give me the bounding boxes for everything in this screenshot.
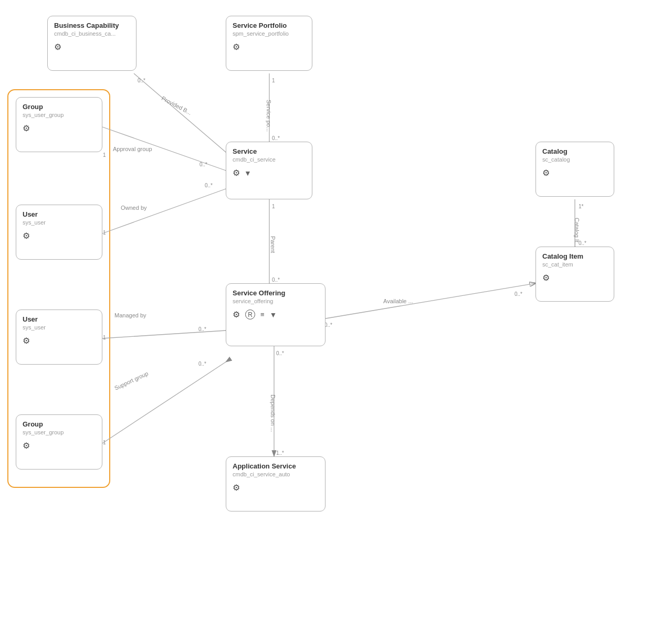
node-group-bottom-title: Group [23, 420, 96, 428]
node-service-portfolio-icons: ⚙ [233, 42, 306, 52]
node-user-bottom[interactable]: User sys_user ⚙ [16, 310, 102, 365]
node-service-icons: ⚙ ▼ [233, 168, 306, 178]
label-owned-by: Owned by [121, 205, 147, 211]
node-group-bottom-icons: ⚙ [23, 441, 96, 451]
node-service-offering-title: Service Offering [233, 289, 319, 297]
mult-approval-0star: 0..* [200, 162, 207, 167]
node-service-portfolio[interactable]: Service Portfolio spm_service_portfolio … [226, 16, 312, 71]
svg-line-9 [102, 331, 226, 338]
node-service-offering-subtitle: service_offering [233, 298, 319, 304]
filter-icon-2[interactable]: ▼ [270, 311, 277, 319]
label-service-portfolio: Service po... [266, 100, 272, 132]
node-service-title: Service [233, 147, 306, 155]
mult-depends-1star: 1..* [276, 450, 284, 456]
node-catalog-item[interactable]: Catalog Item sc_cat_item ⚙ [536, 247, 614, 302]
gear-icon[interactable]: ⚙ [233, 168, 240, 178]
node-business-capability[interactable]: Business Capability cmdb_ci_business_ca.… [47, 16, 136, 71]
mult-group-1: 1 [103, 152, 106, 158]
registered-icon[interactable]: R [245, 310, 255, 319]
mult-avail-0star-left: 0..* [324, 322, 332, 328]
node-user-bottom-subtitle: sys_user [23, 324, 96, 331]
mult-portfolio-0star: 0..* [272, 135, 280, 141]
mult-avail-0star-right: 0..* [514, 291, 522, 297]
gear-icon[interactable]: ⚙ [54, 42, 61, 52]
node-service-subtitle: cmdb_ci_service [233, 156, 306, 163]
node-catalog[interactable]: Catalog sc_catalog ⚙ [536, 142, 614, 197]
node-user-top[interactable]: User sys_user ⚙ [16, 205, 102, 260]
node-catalog-icons: ⚙ [542, 168, 607, 178]
gear-icon[interactable]: ⚙ [23, 441, 30, 451]
node-user-top-icons: ⚙ [23, 231, 96, 241]
svg-line-4 [134, 73, 226, 152]
gear-icon[interactable]: ⚙ [233, 42, 240, 52]
node-application-service-title: Application Service [233, 462, 319, 470]
gear-icon[interactable]: ⚙ [23, 123, 30, 133]
label-managed-by: Managed by [114, 312, 146, 318]
svg-line-10 [102, 362, 226, 443]
node-business-capability-title: Business Capability [54, 22, 130, 29]
node-user-top-subtitle: sys_user [23, 219, 96, 226]
node-group-top-subtitle: sys_user_group [23, 112, 96, 118]
filter-icon[interactable]: ▼ [244, 169, 251, 177]
mult-owned-0star: 0..* [205, 183, 213, 188]
mult-bc-0star: 0..* [138, 78, 145, 83]
node-group-bottom[interactable]: Group sys_user_group ⚙ [16, 414, 102, 470]
node-service-offering-icons: ⚙ R ≡ ▼ [233, 310, 319, 319]
node-catalog-item-icons: ⚙ [542, 273, 607, 283]
node-group-top[interactable]: Group sys_user_group ⚙ [16, 97, 102, 152]
node-user-bottom-icons: ⚙ [23, 336, 96, 346]
gear-icon[interactable]: ⚙ [542, 168, 550, 178]
node-service-offering[interactable]: Service Offering service_offering ⚙ R ≡ … [226, 283, 326, 346]
gear-icon[interactable]: ⚙ [233, 310, 240, 319]
mult-parent-1: 1 [272, 204, 275, 209]
gear-icon[interactable]: ⚙ [542, 273, 550, 283]
node-application-service-icons: ⚙ [233, 483, 319, 493]
gear-icon[interactable]: ⚙ [233, 483, 240, 493]
node-user-bottom-title: User [23, 315, 96, 323]
node-group-bottom-subtitle: sys_user_group [23, 429, 96, 435]
node-group-top-title: Group [23, 103, 96, 111]
label-parent: Parent [270, 236, 276, 253]
node-catalog-item-subtitle: sc_cat_item [542, 261, 607, 268]
mult-support-1: 1 [103, 440, 106, 445]
node-business-capability-icons: ⚙ [54, 42, 130, 52]
node-service-portfolio-title: Service Portfolio [233, 22, 306, 29]
svg-line-7 [102, 189, 226, 233]
label-approval-group: Approval group [113, 146, 152, 152]
mult-managed-0star: 0..* [198, 326, 206, 332]
node-service-portfolio-subtitle: spm_service_portfolio [233, 30, 306, 37]
label-support-group: Support group [113, 370, 149, 391]
gear-icon[interactable]: ⚙ [23, 231, 30, 241]
label-depends-on: Depends on ... [270, 395, 276, 432]
gear-icon[interactable]: ⚙ [23, 336, 30, 346]
svg-line-12 [323, 283, 536, 319]
node-group-top-icons: ⚙ [23, 123, 96, 133]
mult-support-0star: 0..* [198, 361, 206, 367]
label-provided-by: Provided B... [161, 95, 193, 116]
list-icon[interactable]: ≡ [260, 311, 265, 318]
node-application-service[interactable]: Application Service cmdb_ci_service_auto… [226, 456, 326, 511]
mult-parent-0star: 0..* [272, 277, 280, 283]
mult-portfolio-1: 1 [272, 78, 275, 83]
node-service[interactable]: Service cmdb_ci_service ⚙ ▼ [226, 142, 312, 199]
mult-managed-1: 1 [103, 335, 106, 340]
diagram-canvas: 0..* 1 0..* 1 0..* 1 0..* 1 0..* 1 0..* … [0, 0, 672, 629]
label-catalog-item: Catalog It... [574, 218, 580, 247]
node-user-top-title: User [23, 210, 96, 218]
label-available: Available ... [383, 298, 413, 304]
mult-depends-0star-top: 0..* [276, 350, 284, 356]
node-application-service-subtitle: cmdb_ci_service_auto [233, 471, 319, 477]
node-catalog-title: Catalog [542, 147, 607, 155]
node-catalog-item-title: Catalog Item [542, 252, 607, 260]
node-business-capability-subtitle: cmdb_ci_business_ca... [54, 30, 130, 37]
mult-user-owned-1: 1 [103, 230, 106, 236]
node-catalog-subtitle: sc_catalog [542, 156, 607, 163]
mult-catalog-1star: 1* [579, 204, 583, 209]
